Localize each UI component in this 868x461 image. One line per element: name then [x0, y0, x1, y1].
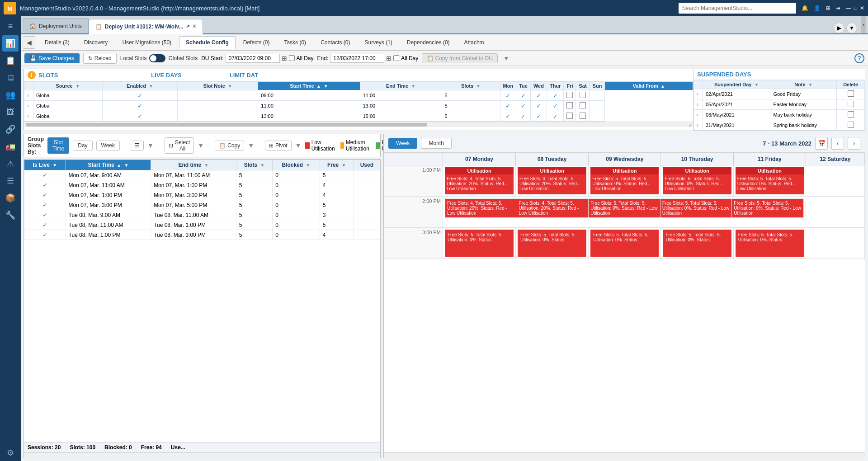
delete-cb-4[interactable]	[848, 122, 854, 128]
du-start-calendar-icon[interactable]: ⊞	[282, 55, 287, 62]
tab-schedule-config[interactable]: Schedule Config	[179, 36, 236, 49]
layout-icon[interactable]: ⊞	[826, 5, 830, 11]
sidebar-item-projects[interactable]: 📋	[2, 52, 19, 69]
maximize-button[interactable]: □	[854, 5, 857, 11]
col-sat[interactable]: Sat	[576, 82, 590, 90]
col-end-time[interactable]: End Time ▼	[360, 82, 442, 90]
du-end-input[interactable]	[330, 54, 384, 63]
week-view-button[interactable]: Week	[388, 138, 417, 149]
list-dropdown[interactable]: ▼	[147, 142, 154, 149]
close-button[interactable]: ✕	[860, 5, 864, 11]
expand-row-2[interactable]: ›	[27, 103, 29, 109]
col-valid-from[interactable]: Valid From ▲	[605, 82, 693, 90]
sidebar-item-apps[interactable]: 🖼	[2, 104, 19, 120]
down-button[interactable]: ▼	[846, 23, 857, 33]
du-end-calendar-icon[interactable]: ⊞	[386, 55, 392, 62]
du-end-allday-checkbox[interactable]	[393, 55, 399, 61]
copy-global-button[interactable]: 📋 Copy from Global to DU	[422, 53, 498, 63]
delete-cb-1[interactable]	[848, 90, 854, 97]
user-icon[interactable]: 👤	[814, 5, 821, 11]
week-button[interactable]: Week	[96, 141, 120, 151]
calendar-next-button[interactable]: ›	[848, 137, 860, 150]
day-button[interactable]: Day	[73, 141, 92, 151]
col-is-live[interactable]: Is Live ▼	[24, 160, 66, 170]
cal-utilisation-mon-3pm[interactable]: Free Slots: 5. Total Slots: 5. Utilisati…	[445, 230, 514, 257]
dropdown-arrow[interactable]: ▼	[503, 55, 509, 62]
tab-close-button[interactable]: ✕	[192, 24, 196, 29]
tab-defects[interactable]: Defects (0)	[236, 36, 277, 49]
cal-utilisation-wed-1pm[interactable]: Utilisation Free Slots: 5. Total Slots: …	[590, 167, 659, 194]
tab-contacts[interactable]: Contacts (0)	[314, 36, 357, 49]
col-mon[interactable]: Mon	[500, 82, 516, 90]
expand-s-2[interactable]: ›	[697, 101, 698, 108]
col-end-time-detail[interactable]: End time ▼	[151, 160, 236, 170]
du-start-allday-checkbox[interactable]	[289, 55, 295, 61]
sidebar-item-reports[interactable]: ☰	[2, 173, 19, 189]
tab-attachments[interactable]: Attachm	[458, 36, 491, 49]
cal-utilisation-fri-3pm[interactable]: Free Slots: 5. Total Slots: 5. Utilisati…	[736, 230, 804, 257]
pivot-dropdown[interactable]: ▼	[295, 142, 302, 149]
logout-icon[interactable]: ➜	[836, 5, 840, 11]
tab-scroll-right[interactable]: ›	[861, 16, 866, 33]
sidebar-item-devices[interactable]: 🖥	[2, 70, 19, 86]
col-enabled[interactable]: Enabled ▼	[103, 82, 178, 90]
cal-utilisation-thu-1pm[interactable]: Utilisation Free Slots: 5. Total Slots: …	[663, 167, 731, 194]
detail-scrollbar[interactable]	[24, 452, 380, 458]
expand-s-1[interactable]: ›	[697, 91, 698, 97]
help-button[interactable]: ?	[854, 53, 864, 63]
pivot-button[interactable]: ⊞ Pivot	[265, 141, 292, 151]
sidebar-item-packages[interactable]: 📦	[2, 190, 19, 206]
col-sun[interactable]: Sun	[590, 82, 605, 90]
col-start-time-detail[interactable]: Start Time ▲ ▼	[66, 160, 151, 170]
du-start-input[interactable]	[226, 54, 280, 63]
tab-details[interactable]: Details (3)	[38, 36, 76, 49]
expand-row-1[interactable]: ›	[27, 92, 29, 99]
sidebar-item-integrations[interactable]: 🔧	[2, 207, 19, 223]
cal-utilisation-mon-1pm[interactable]: Utilisation Free Slots: 4. Total Slots: …	[445, 167, 514, 194]
select-all-button[interactable]: ⊡ Select All	[165, 137, 194, 154]
copy-button[interactable]: 📋 Copy	[215, 141, 244, 151]
col-slots-detail[interactable]: Slots ▼	[236, 160, 273, 170]
calendar-prev-button[interactable]: ‹	[831, 137, 844, 150]
cal-utilisation-fri-1pm[interactable]: Utilisation Free Slots: 5. Total Slots: …	[736, 167, 804, 194]
col-source[interactable]: Source ▼	[33, 82, 103, 90]
col-thur[interactable]: Thur	[547, 82, 563, 90]
col-used-detail[interactable]: Used	[354, 160, 380, 170]
sidebar-item-users[interactable]: 👥	[2, 87, 19, 103]
sidebar-item-expand[interactable]: ≡	[2, 18, 19, 34]
col-delete[interactable]: Delete	[837, 80, 865, 89]
list-view-button[interactable]: ☰	[131, 141, 144, 151]
reload-button[interactable]: ↻ Reload	[83, 53, 117, 64]
minimize-button[interactable]: —	[846, 5, 851, 11]
tab-tasks[interactable]: Tasks (0)	[277, 36, 313, 49]
slots-scrollbar[interactable]: ›	[24, 122, 693, 127]
tab-deploy-unit[interactable]: 📋 Deploy Unit #1012: WM-Wolv... ↗ ✕	[89, 19, 203, 34]
col-tue[interactable]: Tue	[516, 82, 531, 90]
col-slot-note[interactable]: Slot Note ▼	[177, 82, 258, 90]
month-view-button[interactable]: Month	[421, 138, 451, 149]
delete-cb-2[interactable]	[848, 101, 854, 107]
cal-utilisation-tue-1pm[interactable]: Utilisation Free Slots: 4. Total Slots: …	[518, 167, 586, 194]
tab-deployment-units[interactable]: 🏠 Deployment Units	[23, 18, 89, 33]
tab-user-migrations[interactable]: User Migrations (50)	[115, 36, 178, 49]
calendar-picker-icon[interactable]: 📅	[815, 137, 828, 150]
col-free-detail[interactable]: Free ▼	[320, 160, 354, 170]
cal-utilisation-thu-3pm[interactable]: Free Slots: 5. Total Slots: 5. Utilisati…	[663, 230, 731, 257]
col-start-time[interactable]: Start Time ▲ ▼	[258, 82, 360, 90]
expand-row-3[interactable]: ›	[27, 113, 29, 119]
slot-time-button[interactable]: Slot Time	[47, 137, 69, 154]
select-all-dropdown[interactable]: ▼	[198, 142, 204, 149]
calendar-grid[interactable]: 07 Monday 08 Tuesday 09 Wednesday 10 Thu…	[384, 153, 865, 452]
notification-icon[interactable]: 🔔	[802, 5, 808, 11]
tab-surveys[interactable]: Surveys (1)	[358, 36, 399, 49]
sidebar-item-dashboard[interactable]: 📊	[2, 35, 19, 52]
play-button[interactable]: ▶	[834, 23, 844, 33]
sidebar-item-deploy[interactable]: 🚛	[2, 138, 19, 155]
save-button[interactable]: 💾 Save Changes	[24, 53, 80, 63]
expand-s-3[interactable]: ›	[697, 112, 698, 118]
col-fri[interactable]: Fri	[564, 82, 576, 90]
search-input[interactable]	[679, 3, 796, 14]
expand-s-4[interactable]: ›	[697, 122, 698, 128]
cal-utilisation-wed-3pm[interactable]: Free Slots: 5. Total Slots: 5. Utilisati…	[590, 230, 659, 257]
sidebar-item-settings[interactable]: ⚙	[2, 445, 19, 461]
